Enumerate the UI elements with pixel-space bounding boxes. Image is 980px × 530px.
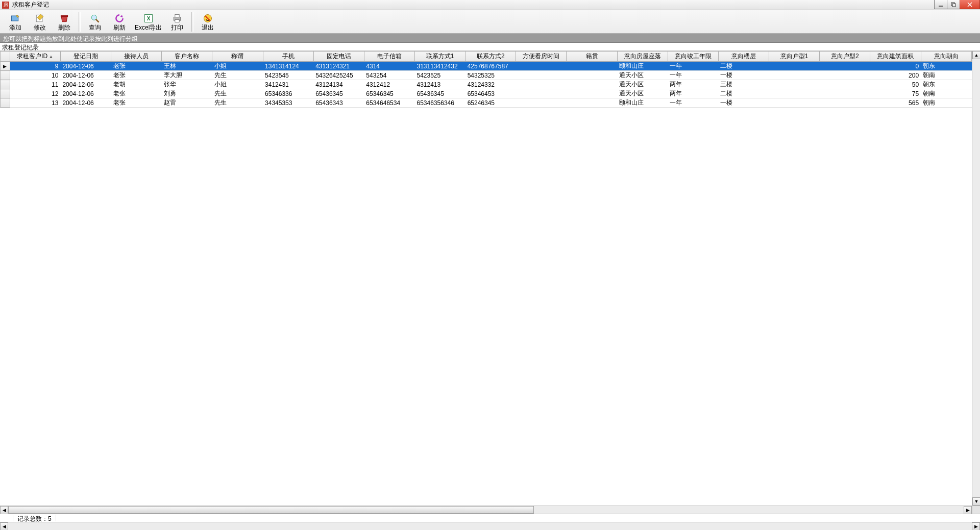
cell[interactable]: 2004-12-06 (60, 98, 111, 108)
exit-button[interactable]: 退出 (195, 11, 220, 33)
cell[interactable]: 朝东 (921, 62, 971, 71)
cell[interactable]: 王林 (162, 62, 212, 71)
cell[interactable]: 张华 (162, 80, 212, 89)
cell[interactable]: 4312413 (415, 80, 465, 89)
cell[interactable]: 65436345 (313, 89, 364, 98)
scroll-track[interactable] (8, 522, 972, 530)
scroll-left-button[interactable]: ◀ (0, 522, 8, 530)
cell[interactable]: 2004-12-06 (60, 80, 111, 89)
cell[interactable] (567, 71, 617, 80)
cell[interactable]: 50 (870, 80, 921, 89)
cell[interactable] (820, 71, 870, 80)
column-header[interactable]: 意向朝向 (921, 52, 971, 62)
cell[interactable]: 一年 (668, 98, 718, 108)
cell[interactable]: 13 (10, 98, 60, 108)
cell[interactable]: 一楼 (718, 71, 769, 80)
cell[interactable]: 65436343 (313, 98, 364, 108)
cell[interactable]: 34345353 (263, 98, 313, 108)
cell[interactable]: 5423545 (263, 71, 313, 80)
cell[interactable]: 朝南 (921, 89, 971, 98)
cell[interactable]: 赵雷 (162, 98, 212, 108)
maximize-button[interactable] (947, 0, 960, 9)
cell[interactable]: 先生 (212, 98, 263, 108)
print-button[interactable]: 打印 (165, 11, 189, 33)
cell[interactable]: 65436345 (415, 89, 465, 98)
cell[interactable]: 4314 (364, 62, 414, 71)
cell[interactable] (516, 62, 567, 71)
cell[interactable]: 43124134 (313, 80, 364, 89)
cell[interactable]: 65346336 (263, 89, 313, 98)
add-button[interactable]: 添加 (3, 11, 28, 33)
column-header[interactable]: 固定电话 (313, 52, 364, 62)
cell[interactable]: 老胡 (111, 80, 162, 89)
column-header[interactable]: 意向建筑面积 (870, 52, 921, 62)
cell[interactable] (516, 89, 567, 98)
table-row[interactable]: 112004-12-06老胡张华小姐3412431431241344312412… (1, 80, 972, 89)
cell[interactable]: 4313124321 (313, 62, 364, 71)
cell[interactable]: 朝东 (921, 80, 971, 89)
cell[interactable]: 两年 (668, 80, 718, 89)
cell[interactable]: 三楼 (718, 80, 769, 89)
column-header[interactable]: 意向竣工年限 (668, 52, 718, 62)
cell[interactable]: 543254 (364, 71, 414, 80)
cell[interactable]: 刘勇 (162, 89, 212, 98)
cell[interactable]: 65346356346 (415, 98, 465, 108)
group-by-bar[interactable]: 您可以把列标题拖放到此处使记录按此列进行分组 (0, 34, 980, 43)
cell[interactable]: 一年 (668, 62, 718, 71)
minimize-button[interactable] (934, 0, 947, 9)
cell[interactable]: 2004-12-06 (60, 62, 111, 71)
cell[interactable]: 65346453 (465, 89, 516, 98)
column-header[interactable]: 称谓 (212, 52, 263, 62)
cell[interactable]: 颐和山庄 (617, 62, 668, 71)
cell[interactable]: 一年 (668, 71, 718, 80)
cell[interactable]: 老张 (111, 62, 162, 71)
cell[interactable] (820, 80, 870, 89)
cell[interactable]: 先生 (212, 71, 263, 80)
cell[interactable]: 65346345 (364, 89, 414, 98)
cell[interactable]: 二楼 (718, 89, 769, 98)
cell[interactable] (516, 80, 567, 89)
excel-export-button[interactable]: X Excel导出 (132, 11, 165, 33)
cell[interactable]: 3412431 (263, 80, 313, 89)
cell[interactable] (769, 80, 820, 89)
cell[interactable]: 二楼 (718, 62, 769, 71)
cell[interactable]: 李大胆 (162, 71, 212, 80)
cell[interactable]: 200 (870, 71, 921, 80)
cell[interactable]: 9 (10, 62, 60, 71)
cell[interactable]: 一楼 (718, 98, 769, 108)
cell[interactable]: 颐和山庄 (617, 98, 668, 108)
cell[interactable]: 小姐 (212, 80, 263, 89)
cell[interactable]: 两年 (668, 89, 718, 98)
scroll-down-button[interactable]: ▼ (972, 497, 980, 506)
scroll-up-button[interactable]: ▲ (972, 51, 980, 59)
scroll-right-button[interactable]: ▶ (964, 506, 972, 514)
cell[interactable] (769, 89, 820, 98)
cell[interactable]: 0 (870, 62, 921, 71)
cell[interactable]: 通天小区 (617, 80, 668, 89)
column-header[interactable]: 客户名称 (162, 52, 212, 62)
cell[interactable]: 12 (10, 89, 60, 98)
horizontal-scrollbar[interactable]: ◀ ▶ (0, 506, 972, 514)
scroll-track[interactable] (8, 506, 964, 514)
cell[interactable]: 11 (10, 80, 60, 89)
cell[interactable] (567, 98, 617, 108)
cell[interactable] (567, 89, 617, 98)
column-header[interactable]: 电子信箱 (364, 52, 414, 62)
column-header[interactable]: 登记日期 (60, 52, 111, 62)
cell[interactable]: 65246345 (465, 98, 516, 108)
cell[interactable]: 先生 (212, 89, 263, 98)
table-row[interactable]: 132004-12-06老张赵雷先生3434535365436343653464… (1, 98, 972, 108)
cell[interactable]: 565 (870, 98, 921, 108)
scroll-left-button[interactable]: ◀ (0, 506, 8, 514)
table-row[interactable]: 102004-12-06老张李大胆先生542354554326425245543… (1, 71, 972, 80)
cell[interactable] (769, 62, 820, 71)
cell[interactable] (567, 80, 617, 89)
scroll-right-button[interactable]: ▶ (972, 522, 980, 530)
column-header[interactable]: 手机 (263, 52, 313, 62)
cell[interactable]: 朝南 (921, 98, 971, 108)
edit-button[interactable]: 修改 (28, 11, 52, 33)
cell[interactable] (820, 62, 870, 71)
outer-horizontal-scrollbar[interactable]: ◀ ▶ (0, 522, 980, 530)
vertical-scrollbar[interactable]: ▲ ▼ (972, 51, 980, 506)
delete-button[interactable]: 删除 (52, 11, 77, 33)
